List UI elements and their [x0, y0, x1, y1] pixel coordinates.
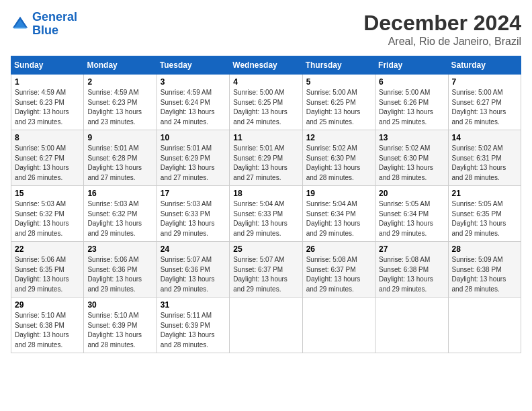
day-info: Sunrise: 5:10 AM Sunset: 6:38 PM Dayligh…	[15, 311, 80, 350]
calendar-cell: 9Sunrise: 5:01 AM Sunset: 6:28 PM Daylig…	[84, 130, 157, 186]
calendar-cell: 2Sunrise: 4:59 AM Sunset: 6:23 PM Daylig…	[84, 75, 157, 130]
calendar-cell: 6Sunrise: 5:00 AM Sunset: 6:26 PM Daylig…	[375, 75, 448, 130]
title-block: December 2024 Areal, Rio de Janeiro, Bra…	[363, 11, 521, 48]
day-number: 17	[161, 189, 226, 198]
calendar-cell: 30Sunrise: 5:10 AM Sunset: 6:39 PM Dayli…	[84, 298, 157, 353]
day-info: Sunrise: 5:00 AM Sunset: 6:25 PM Dayligh…	[306, 88, 371, 127]
calendar-cell: 11Sunrise: 5:01 AM Sunset: 6:29 PM Dayli…	[230, 130, 302, 186]
day-number: 8	[15, 133, 80, 142]
day-number: 12	[306, 133, 371, 142]
calendar-cell	[230, 298, 302, 353]
day-number: 9	[87, 133, 152, 142]
day-info: Sunrise: 4:59 AM Sunset: 6:23 PM Dayligh…	[15, 88, 80, 127]
day-number: 6	[379, 77, 444, 87]
calendar-cell: 19Sunrise: 5:04 AM Sunset: 6:34 PM Dayli…	[302, 186, 375, 242]
day-number: 13	[379, 133, 444, 142]
day-number: 25	[233, 244, 298, 254]
calendar-cell: 23Sunrise: 5:06 AM Sunset: 6:36 PM Dayli…	[84, 242, 157, 298]
day-number: 15	[15, 189, 80, 198]
weekday-tuesday: Tuesday	[157, 56, 229, 75]
day-info: Sunrise: 5:05 AM Sunset: 6:34 PM Dayligh…	[379, 199, 444, 238]
calendar-cell: 29Sunrise: 5:10 AM Sunset: 6:38 PM Dayli…	[11, 298, 84, 353]
day-info: Sunrise: 5:02 AM Sunset: 6:30 PM Dayligh…	[379, 144, 444, 183]
calendar-header: SundayMondayTuesdayWednesdayThursdayFrid…	[11, 56, 521, 75]
weekday-saturday: Saturday	[448, 56, 521, 75]
day-info: Sunrise: 5:09 AM Sunset: 6:38 PM Dayligh…	[452, 255, 517, 294]
day-number: 29	[15, 300, 80, 310]
calendar-cell: 10Sunrise: 5:01 AM Sunset: 6:29 PM Dayli…	[157, 130, 229, 186]
calendar-week-2: 8Sunrise: 5:00 AM Sunset: 6:27 PM Daylig…	[11, 130, 521, 186]
calendar-cell: 3Sunrise: 4:59 AM Sunset: 6:24 PM Daylig…	[157, 75, 229, 130]
day-info: Sunrise: 5:11 AM Sunset: 6:39 PM Dayligh…	[161, 311, 226, 350]
calendar-cell: 7Sunrise: 5:00 AM Sunset: 6:27 PM Daylig…	[448, 75, 521, 130]
calendar-cell: 4Sunrise: 5:00 AM Sunset: 6:25 PM Daylig…	[230, 75, 302, 130]
day-info: Sunrise: 5:01 AM Sunset: 6:28 PM Dayligh…	[87, 144, 152, 183]
day-info: Sunrise: 5:01 AM Sunset: 6:29 PM Dayligh…	[161, 144, 226, 183]
day-number: 16	[87, 189, 152, 198]
day-number: 7	[452, 77, 517, 87]
calendar-cell: 22Sunrise: 5:06 AM Sunset: 6:35 PM Dayli…	[11, 242, 84, 298]
weekday-header-row: SundayMondayTuesdayWednesdayThursdayFrid…	[11, 56, 521, 75]
calendar-cell: 26Sunrise: 5:08 AM Sunset: 6:37 PM Dayli…	[302, 242, 375, 298]
day-number: 18	[233, 189, 298, 198]
logo-icon	[11, 15, 30, 34]
day-info: Sunrise: 5:00 AM Sunset: 6:27 PM Dayligh…	[452, 88, 517, 127]
calendar-cell: 17Sunrise: 5:03 AM Sunset: 6:33 PM Dayli…	[157, 186, 229, 242]
weekday-friday: Friday	[375, 56, 448, 75]
day-info: Sunrise: 5:03 AM Sunset: 6:33 PM Dayligh…	[161, 199, 226, 238]
day-info: Sunrise: 5:01 AM Sunset: 6:29 PM Dayligh…	[233, 144, 298, 183]
day-info: Sunrise: 5:03 AM Sunset: 6:32 PM Dayligh…	[15, 199, 80, 238]
calendar-cell: 13Sunrise: 5:02 AM Sunset: 6:30 PM Dayli…	[375, 130, 448, 186]
calendar-cell	[375, 298, 448, 353]
day-number: 1	[15, 77, 80, 87]
calendar-week-3: 15Sunrise: 5:03 AM Sunset: 6:32 PM Dayli…	[11, 186, 521, 242]
day-info: Sunrise: 5:08 AM Sunset: 6:38 PM Dayligh…	[379, 255, 444, 294]
day-number: 4	[233, 77, 298, 87]
day-info: Sunrise: 4:59 AM Sunset: 6:24 PM Dayligh…	[161, 88, 226, 127]
day-number: 20	[379, 189, 444, 198]
day-info: Sunrise: 5:00 AM Sunset: 6:25 PM Dayligh…	[233, 88, 298, 127]
calendar-cell: 14Sunrise: 5:02 AM Sunset: 6:31 PM Dayli…	[448, 130, 521, 186]
page-header: General Blue December 2024 Areal, Rio de…	[11, 11, 521, 48]
calendar-cell: 8Sunrise: 5:00 AM Sunset: 6:27 PM Daylig…	[11, 130, 84, 186]
calendar-cell	[448, 298, 521, 353]
calendar-body: 1Sunrise: 4:59 AM Sunset: 6:23 PM Daylig…	[11, 75, 521, 353]
day-number: 30	[87, 300, 152, 310]
day-number: 5	[306, 77, 371, 87]
day-number: 3	[161, 77, 226, 87]
calendar-cell: 31Sunrise: 5:11 AM Sunset: 6:39 PM Dayli…	[157, 298, 229, 353]
calendar-cell: 12Sunrise: 5:02 AM Sunset: 6:30 PM Dayli…	[302, 130, 375, 186]
day-info: Sunrise: 5:02 AM Sunset: 6:30 PM Dayligh…	[306, 144, 371, 183]
day-info: Sunrise: 5:10 AM Sunset: 6:39 PM Dayligh…	[87, 311, 152, 350]
calendar-cell: 5Sunrise: 5:00 AM Sunset: 6:25 PM Daylig…	[302, 75, 375, 130]
day-info: Sunrise: 5:08 AM Sunset: 6:37 PM Dayligh…	[306, 255, 371, 294]
day-number: 21	[452, 189, 517, 198]
day-info: Sunrise: 4:59 AM Sunset: 6:23 PM Dayligh…	[87, 88, 152, 127]
calendar-cell: 21Sunrise: 5:05 AM Sunset: 6:35 PM Dayli…	[448, 186, 521, 242]
calendar-cell: 25Sunrise: 5:07 AM Sunset: 6:37 PM Dayli…	[230, 242, 302, 298]
day-number: 2	[87, 77, 152, 87]
day-info: Sunrise: 5:05 AM Sunset: 6:35 PM Dayligh…	[452, 199, 517, 238]
day-number: 26	[306, 244, 371, 254]
weekday-sunday: Sunday	[11, 56, 84, 75]
calendar-cell: 24Sunrise: 5:07 AM Sunset: 6:36 PM Dayli…	[157, 242, 229, 298]
calendar-cell: 1Sunrise: 4:59 AM Sunset: 6:23 PM Daylig…	[11, 75, 84, 130]
day-info: Sunrise: 5:04 AM Sunset: 6:33 PM Dayligh…	[233, 199, 298, 238]
day-info: Sunrise: 5:07 AM Sunset: 6:36 PM Dayligh…	[161, 255, 226, 294]
day-info: Sunrise: 5:06 AM Sunset: 6:36 PM Dayligh…	[87, 255, 152, 294]
logo-text: General Blue	[32, 11, 77, 38]
day-number: 23	[87, 244, 152, 254]
day-number: 11	[233, 133, 298, 142]
calendar-week-1: 1Sunrise: 4:59 AM Sunset: 6:23 PM Daylig…	[11, 75, 521, 130]
calendar-cell: 18Sunrise: 5:04 AM Sunset: 6:33 PM Dayli…	[230, 186, 302, 242]
calendar-cell: 15Sunrise: 5:03 AM Sunset: 6:32 PM Dayli…	[11, 186, 84, 242]
day-info: Sunrise: 5:03 AM Sunset: 6:32 PM Dayligh…	[87, 199, 152, 238]
calendar-cell: 20Sunrise: 5:05 AM Sunset: 6:34 PM Dayli…	[375, 186, 448, 242]
logo: General Blue	[11, 11, 77, 38]
calendar-cell: 16Sunrise: 5:03 AM Sunset: 6:32 PM Dayli…	[84, 186, 157, 242]
day-number: 10	[161, 133, 226, 142]
weekday-monday: Monday	[84, 56, 157, 75]
day-info: Sunrise: 5:02 AM Sunset: 6:31 PM Dayligh…	[452, 144, 517, 183]
day-number: 31	[161, 300, 226, 310]
day-info: Sunrise: 5:04 AM Sunset: 6:34 PM Dayligh…	[306, 199, 371, 238]
